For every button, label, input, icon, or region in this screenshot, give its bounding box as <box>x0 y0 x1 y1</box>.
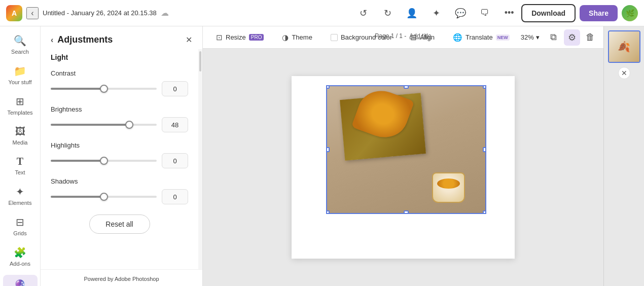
shadows-slider-row: Shadows <box>51 177 188 204</box>
contrast-fill <box>51 88 104 90</box>
bg-color-icon <box>331 34 338 41</box>
resize-icon: ⊡ <box>216 33 223 42</box>
handle-top-mid[interactable] <box>404 85 409 89</box>
redo-button[interactable]: ↻ <box>379 5 396 21</box>
handle-top-right[interactable] <box>483 85 486 89</box>
highlights-slider-row: Highlights <box>51 141 188 168</box>
templates-icon: ⊞ <box>16 95 24 108</box>
comment-button[interactable]: 💬 <box>452 5 469 21</box>
sidebar-item-text[interactable]: T Text <box>3 152 38 180</box>
download-button[interactable]: Download <box>521 4 576 22</box>
handle-top-left[interactable] <box>326 85 330 89</box>
thumbnail-panel: 🍂 ✕ <box>603 26 644 286</box>
highlights-input[interactable] <box>162 153 188 168</box>
sidebar-item-elements[interactable]: ✦ Elements <box>3 182 38 210</box>
brightness-input[interactable] <box>162 117 188 132</box>
highlights-thumb[interactable] <box>100 157 108 165</box>
resize-button[interactable]: ⊡ Resize PRO <box>211 30 269 45</box>
resize-pro-badge: PRO <box>249 34 264 41</box>
contrast-thumb[interactable] <box>100 85 108 93</box>
sidebar-item-add-ons[interactable]: 🧩 Add-ons <box>3 242 38 271</box>
canvas-wrapper[interactable]: Try generative fill ✕ <box>203 49 603 286</box>
delete-button[interactable]: 🗑 <box>582 29 598 46</box>
media-icon: 🖼 <box>15 126 25 137</box>
translate-new-badge: NEW <box>496 34 510 41</box>
highlights-label: Highlights <box>51 141 188 149</box>
sidebar-item-search[interactable]: 🔍 Search <box>3 30 38 59</box>
shadows-track[interactable] <box>51 196 157 198</box>
panel-back-button[interactable]: ‹ <box>51 35 53 45</box>
sidebar-item-your-stuff[interactable]: 📁 Your stuff <box>3 61 38 89</box>
highlights-track[interactable] <box>51 160 157 162</box>
shadows-input[interactable] <box>162 189 188 204</box>
panel-close-button[interactable]: ✕ <box>186 35 192 45</box>
thumbnail-card[interactable]: 🍂 <box>608 30 640 63</box>
text-icon: T <box>17 156 23 167</box>
adjustments-icon-button[interactable]: ⚙ <box>564 29 580 46</box>
app-logo[interactable]: A <box>6 5 22 21</box>
cup-element <box>432 172 465 203</box>
add-title-link[interactable]: Add title <box>409 32 431 40</box>
panel-scrollbar[interactable] <box>198 49 202 269</box>
brightness-controls <box>51 117 188 132</box>
shadows-thumb[interactable] <box>100 193 108 201</box>
user-avatar[interactable]: 🌿 <box>622 5 638 21</box>
chevron-down-icon: ▾ <box>536 33 540 41</box>
brightness-thumb[interactable] <box>125 121 133 129</box>
image-content <box>327 86 485 213</box>
sidebar-item-try-premium[interactable]: 🔮 Try Premium <box>3 275 38 286</box>
undo-button[interactable]: ↺ <box>355 5 371 21</box>
folder-icon: 📁 <box>14 65 26 77</box>
add-button[interactable]: ⊕ Add <box>600 29 603 45</box>
grids-icon: ⊟ <box>16 216 24 228</box>
section-title-light: Light <box>51 53 188 61</box>
brightness-track[interactable] <box>51 124 157 126</box>
contrast-label: Contrast <box>51 69 188 77</box>
search-icon: 🔍 <box>14 34 26 47</box>
sidebar-left: 🔍 Search 📁 Your stuff ⊞ Templates 🖼 Medi… <box>0 26 41 286</box>
panel-header: ‹ Adjustments ✕ <box>41 26 202 49</box>
addons-icon: 🧩 <box>14 246 26 259</box>
brightness-label: Brightness <box>51 105 188 113</box>
contrast-slider-row: Contrast <box>51 69 188 96</box>
sidebar-item-media[interactable]: 🖼 Media <box>3 122 38 150</box>
share-button[interactable]: Share <box>580 5 618 21</box>
sidebar-item-templates[interactable]: ⊞ Templates <box>3 91 38 120</box>
shadows-fill <box>51 196 104 198</box>
shadows-label: Shadows <box>51 177 188 185</box>
sidebar-item-grids[interactable]: ⊟ Grids <box>3 212 38 240</box>
highlights-controls <box>51 153 188 168</box>
magic-button[interactable]: ✦ <box>428 5 444 21</box>
document-title: Untitled - January 26, 2024 at 20.15.38 … <box>43 8 351 18</box>
zoom-control[interactable]: 32% ▾ <box>517 31 544 43</box>
reset-all-button[interactable]: Reset all <box>89 214 150 234</box>
elements-icon: ✦ <box>16 186 24 198</box>
main-layout: 🔍 Search 📁 Your stuff ⊞ Templates 🖼 Medi… <box>0 26 644 286</box>
handle-mid-left[interactable] <box>326 147 330 152</box>
toolbar-right: 32% ▾ ⧉ ⚙ 🗑 ⊕ Add <box>517 29 603 46</box>
adjustments-panel: ‹ Adjustments ✕ Light Contrast <box>41 26 203 286</box>
more-button[interactable]: ••• <box>501 5 517 21</box>
theme-button[interactable]: ◑ Theme <box>277 30 317 45</box>
thumbnail-image: 🍂 <box>609 31 639 62</box>
panel-scroll-thumb <box>199 51 201 72</box>
contrast-track[interactable] <box>51 88 157 90</box>
contrast-input[interactable] <box>162 81 188 96</box>
contrast-controls <box>51 81 188 96</box>
back-button[interactable]: ‹ <box>26 7 39 19</box>
handle-mid-right[interactable] <box>483 147 486 152</box>
share-people-button[interactable]: 👤 <box>404 5 420 21</box>
cup-liquid <box>437 178 460 189</box>
cloud-sync-icon: ☁ <box>161 8 169 18</box>
selected-image[interactable]: Try generative fill ✕ <box>326 85 486 214</box>
chat-button[interactable]: 🗨 <box>477 5 493 21</box>
page-icon-button[interactable]: ⧉ <box>546 29 562 46</box>
handle-bottom-mid[interactable] <box>404 210 409 214</box>
brightness-slider-row: Brightness <box>51 105 188 132</box>
thumbnail-close-button[interactable]: ✕ <box>618 67 630 79</box>
premium-icon: 🔮 <box>14 279 26 286</box>
translate-button[interactable]: 🌐 Translate NEW <box>448 30 515 45</box>
handle-bottom-left[interactable] <box>326 210 330 214</box>
handle-bottom-right[interactable] <box>483 210 486 214</box>
panel-content: Light Contrast Brightness <box>41 49 198 269</box>
